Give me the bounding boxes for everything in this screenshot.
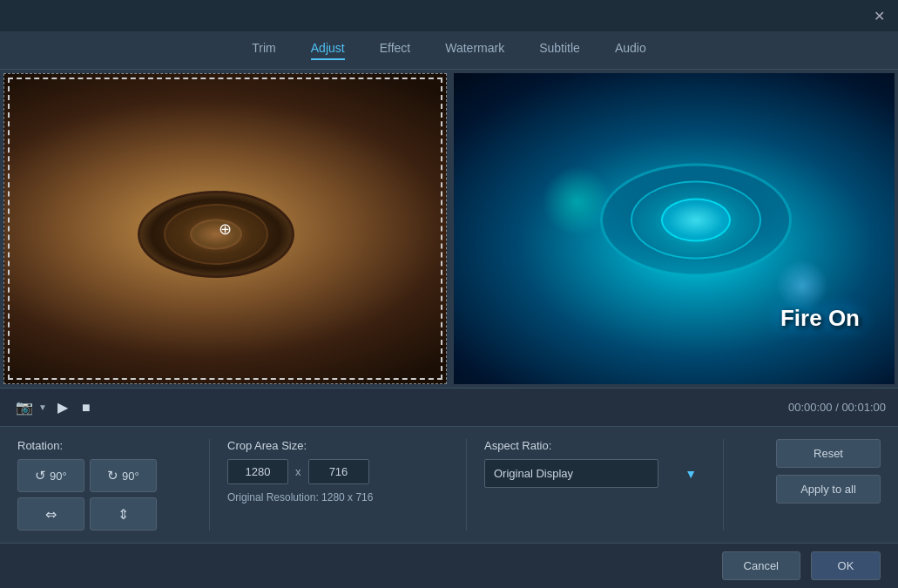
crop-width-input[interactable] [227,459,288,484]
crop-area-label: Crop Area Size: [227,439,449,452]
burner-right [591,154,800,285]
flip-horizontal-button[interactable]: ⇔ [17,497,84,531]
flip-h-icon: ⇔ [45,506,57,523]
aspect-select-arrow: ▼ [685,467,697,481]
camera-group: 📷 ▼ [12,395,47,419]
crop-inputs: x [227,459,449,484]
camera-button[interactable]: 📷 [12,395,37,419]
crop-height-input[interactable] [308,459,369,484]
aspect-ratio-select[interactable]: Original Display 16:9 4:3 1:1 9:16 [484,459,658,488]
preview-right: Fire On [454,73,895,384]
orig-res-value: 1280 x 716 [321,491,373,504]
rotate-ccw-icon: ↺ [35,468,46,483]
rotation-section: Rotation: ↺ 90° ↻ 90° ⇔ ⇕ [17,439,192,531]
camera-dropdown-arrow[interactable]: ▼ [38,402,47,412]
tab-audio[interactable]: Audio [615,41,646,60]
divider-1 [209,439,210,531]
action-section: Reset Apply to all [741,439,881,504]
controls-bar: 📷 ▼ ▶ ■ 00:00:00 / 00:01:00 [0,388,898,426]
tab-effect[interactable]: Effect [380,41,411,60]
tab-subtitle[interactable]: Subtitle [539,41,580,60]
title-bar: ✕ [0,0,898,31]
aspect-ratio-section: Aspect Ratio: Original Display 16:9 4:3 … [484,439,706,488]
stop-button[interactable]: ■ [78,396,94,419]
flip-v-icon: ⇕ [118,506,129,523]
burner-ring-3 [190,219,242,249]
reset-button[interactable]: Reset [776,439,881,468]
aspect-select-wrapper: Original Display 16:9 4:3 1:1 9:16 ▼ [484,459,706,488]
rotate-cw-icon: ↻ [107,468,118,483]
divider-2 [466,439,467,531]
stop-icon: ■ [82,400,91,416]
crop-separator: x [295,465,301,478]
fire-on-overlay-text: Fire On [780,305,860,332]
orig-res-label: Original Resolution: [227,491,319,504]
crosshair-icon: ⊕ [219,220,232,239]
tabs-bar: Trim Adjust Effect Watermark Subtitle Au… [0,31,898,70]
cancel-button[interactable]: Cancel [722,551,800,580]
original-resolution: Original Resolution: 1280 x 716 [227,491,449,504]
stove-left-visual: ⊕ [4,74,446,383]
dialog: ✕ Trim Adjust Effect Watermark Subtitle … [0,0,898,588]
rotate-cw-button[interactable]: ↻ 90° [90,459,157,492]
divider-3 [723,439,724,531]
play-button[interactable]: ▶ [54,395,71,419]
settings-area: Rotation: ↺ 90° ↻ 90° ⇔ ⇕ [0,426,898,543]
settings-row: Rotation: ↺ 90° ↻ 90° ⇔ ⇕ [17,439,881,531]
preview-area: ⊕ Fire On [0,70,898,388]
preview-left: ⊕ [3,73,447,384]
burner-left [129,182,303,287]
aspect-ratio-label: Aspect Ratio: [484,439,706,452]
rotation-label: Rotation: [17,439,192,452]
ok-button[interactable]: OK [811,551,881,580]
rotate-ccw-button[interactable]: ↺ 90° [17,459,84,492]
apply-to-all-button[interactable]: Apply to all [776,475,881,504]
time-display: 00:00:00 / 00:01:00 [788,401,886,414]
tab-watermark[interactable]: Watermark [445,41,504,60]
close-button[interactable]: ✕ [870,7,888,24]
footer: Cancel OK [0,543,898,588]
play-icon: ▶ [57,399,68,416]
tab-trim[interactable]: Trim [252,41,275,60]
flip-vertical-button[interactable]: ⇕ [90,497,157,531]
blue-ring-3 [661,198,731,241]
camera-icon: 📷 [16,399,33,416]
crop-section: Crop Area Size: x Original Resolution: 1… [227,439,449,504]
stove-right-visual: Fire On [454,73,895,384]
rotation-grid: ↺ 90° ↻ 90° ⇔ ⇕ [17,459,157,531]
tab-adjust[interactable]: Adjust [311,41,345,60]
